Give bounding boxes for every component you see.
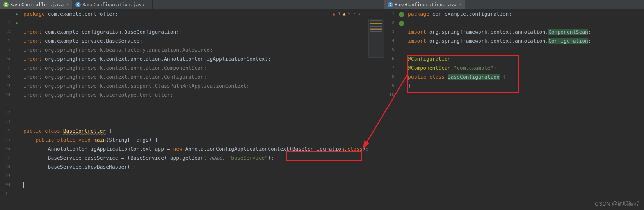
tab-label: BaseConfiguration.java [395,2,457,7]
run-icon[interactable]: ▶ [12,18,22,27]
tab-basecontroller[interactable]: C BaseController.java × [0,0,72,9]
java-class-icon: C [75,2,81,7]
close-icon[interactable]: × [459,2,462,7]
code-area[interactable]: package com.example.controller; import c… [22,9,384,210]
chevron-up-icon[interactable]: ∧ [353,11,356,16]
warning-icon: ▲ [343,11,345,16]
tab-baseconfiguration[interactable]: C BaseConfiguration.java × [72,0,153,9]
line-gutter: 123 456 789 101112 131415 161718 192021 [0,9,12,210]
tab-label: BaseController.java [10,2,64,7]
code-area[interactable]: package com.example.configuration; impor… [406,9,644,210]
bean-gutter [397,9,406,210]
right-editor-pane: C BaseConfiguration.java × 123 456 789 1… [384,0,644,210]
close-icon[interactable]: × [66,2,69,7]
error-icon: ▲ [333,11,335,16]
spring-bean-icon[interactable] [399,21,404,26]
right-editor[interactable]: 123 456 789 10 package com.example.confi… [384,9,644,210]
left-tab-bar: C BaseController.java × C BaseConfigurat… [0,0,384,9]
run-gutter: ▶ ▶ [12,9,22,210]
watermark: CSDN @简明编程 [595,201,639,208]
java-class-icon: C [3,2,9,7]
close-icon[interactable]: × [147,2,149,7]
tab-label: BaseConfiguration.java [82,2,144,7]
minimap[interactable] [368,19,384,58]
inspection-widget[interactable]: ▲1 ▲5 ∧ ∨ [333,11,361,16]
line-gutter: 123 456 789 10 [384,9,397,210]
right-tab-bar: C BaseConfiguration.java × [384,0,644,9]
left-editor-pane: C BaseController.java × C BaseConfigurat… [0,0,384,210]
left-editor[interactable]: 123 456 789 101112 131415 161718 192021 … [0,9,384,210]
java-class-icon: C [388,2,393,7]
chevron-down-icon[interactable]: ∨ [358,11,361,16]
caret [23,182,24,188]
tab-baseconfiguration[interactable]: C BaseConfiguration.java × [384,0,465,9]
spring-bean-icon[interactable] [399,12,404,17]
run-icon[interactable]: ▶ [12,9,22,18]
